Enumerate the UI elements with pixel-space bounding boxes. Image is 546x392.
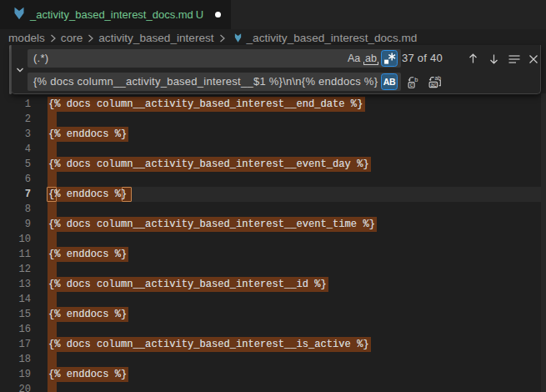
svg-text:c: c [410,81,413,88]
svg-text:b: b [414,76,418,83]
svg-text:ac: ac [431,82,438,88]
svg-text:ab: ab [435,75,442,81]
